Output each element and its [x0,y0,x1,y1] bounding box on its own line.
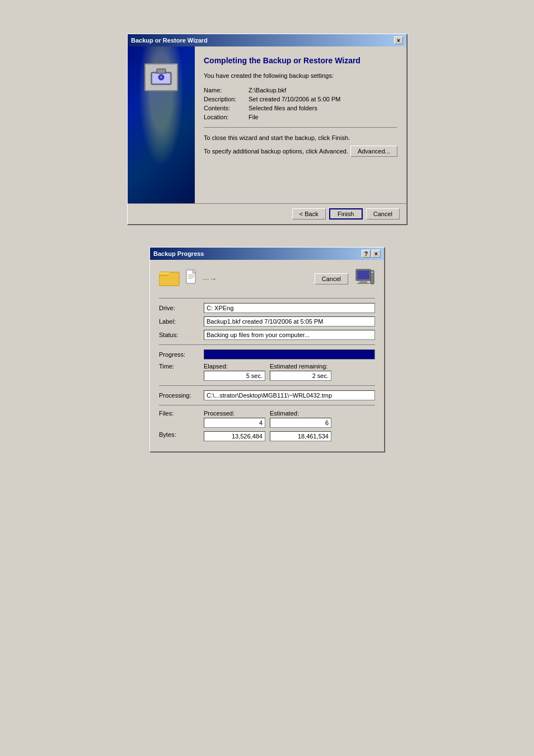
status-value: Backing up files from your computer... [204,330,375,340]
status-row: Status: Backing up files from your compu… [159,330,375,340]
drive-row: Drive: C: XPEng [159,303,375,313]
progress-body: ···→ Cancel Drive: C: XPEng Label [150,260,384,451]
bytes-estimated-value: 18,461,534 [270,431,331,441]
wizard-cancel-button[interactable]: Cancel [366,208,400,220]
progress-close-btn[interactable]: × [372,250,381,258]
remaining-col: Estimated remaining: 2 sec. [270,363,331,381]
svg-rect-2 [157,69,166,73]
pb12 [261,351,265,358]
wizard-separator [204,127,397,128]
progress-title-text: Backup Progress [153,250,204,257]
files-processed-col: Processed: 4 [204,410,265,428]
wizard-close-btn[interactable]: × [394,36,403,44]
doc-icon [186,269,198,288]
time-section: Time: Elapsed: 5 sec. Estimated remainin… [159,363,375,381]
backup-restore-wizard: Backup or Restore Wizard × Completing [127,34,407,225]
pb8 [241,351,245,358]
pb2 [210,351,215,358]
label-label: Label: [159,318,204,325]
svg-point-4 [160,76,162,78]
svg-rect-18 [371,272,373,273]
pb3 [216,351,220,358]
wizard-sidebar-image [128,46,195,203]
pb6 [231,351,235,358]
wizard-close-text: To close this wizard and start the backu… [204,134,397,141]
wizard-location-value: File [249,114,259,120]
progress-title-buttons: ? × [362,250,381,258]
files-estimated-col: Estimated: 6 [270,410,331,428]
folder-icon [159,267,181,291]
section-divider-3 [159,385,375,386]
wizard-dialog-buttons: < Back Finish Cancel [128,203,406,224]
pb14 [271,351,275,358]
progress-animation-row: ···→ Cancel [159,267,375,291]
wizard-heading: Completing the Backup or Restore Wizard [204,55,397,66]
svg-rect-14 [357,270,369,279]
bytes-estimated-col: 18,461,534 [270,431,331,441]
wizard-description-label: Description: [204,96,249,102]
wizard-advanced-row: To specify additional backup options, cl… [204,146,397,157]
pb4 [221,351,225,358]
label-row: Label: Backup1.bkf created 7/10/2006 at … [159,316,375,326]
title-bar-buttons: × [394,36,403,44]
wizard-contents-row: Contents: Selected files and folders [204,105,397,111]
files-estimated-value: 6 [270,418,331,428]
wizard-contents-label: Contents: [204,105,249,111]
files-processed-header: Processed: [204,410,265,417]
pb11 [256,351,260,358]
label-value: Backup1.bkf created 7/10/2006 at 5:05 PM [204,316,375,326]
wizard-icon [144,63,178,91]
progress-cancel-button[interactable]: Cancel [315,273,348,284]
elapsed-col: Elapsed: 5 sec. [204,363,265,381]
wizard-title-bar: Backup or Restore Wizard × [128,34,406,46]
arrow-indicator: ···→ [203,274,217,283]
wizard-location-label: Location: [204,114,249,120]
wizard-back-button[interactable]: < Back [292,208,326,220]
files-section: Files: Processed: 4 Estimated: 6 [159,410,375,428]
backup-progress-dialog: Backup Progress ? × [149,247,385,452]
wizard-name-row: Name: Z:\Backup.bkf [204,87,397,94]
drive-label: Drive: [159,305,204,311]
elapsed-header: Elapsed: [204,363,265,370]
files-estimated-header: Estimated: [270,410,331,417]
wizard-description-value: Set created 7/10/2006 at 5:00 PM [249,96,341,102]
processing-row: Processing: C:\...strator\Desktop\MGB111… [159,390,375,400]
wizard-title-text: Backup or Restore Wizard [131,37,208,44]
progress-question-btn[interactable]: ? [362,250,371,258]
computer-icon [355,268,375,290]
bytes-processed-col: 13,526,484 [204,431,265,441]
time-label: Time: [159,363,204,381]
files-processed-value: 4 [204,418,265,428]
files-label: Files: [159,410,204,428]
progress-bar-fill [204,350,374,359]
remaining-header: Estimated remaining: [270,363,331,370]
bytes-processed-value: 13,526,484 [204,431,265,441]
pb9 [246,351,250,358]
pb10 [251,351,255,358]
bytes-section: Bytes: 13,526,484 18,461,534 [159,431,375,441]
arrow-area: ···→ [186,269,310,288]
remaining-value: 2 sec. [270,371,331,381]
wizard-name-value: Z:\Backup.bkf [249,87,286,94]
section-divider-2 [159,344,375,345]
wizard-description-row: Description: Set created 7/10/2006 at 5:… [204,96,397,102]
section-divider-1 [159,298,375,298]
progress-label: Progress: [159,351,204,358]
wizard-finish-button[interactable]: Finish [329,208,363,220]
status-label: Status: [159,332,204,338]
pb13 [266,351,270,358]
wizard-content: Completing the Backup or Restore Wizard … [195,46,406,203]
processing-label: Processing: [159,392,204,399]
processing-value: C:\...strator\Desktop\MGB111\~WRL0432.tm… [204,390,375,400]
progress-title-bar: Backup Progress ? × [150,248,384,260]
pb7 [236,351,240,358]
svg-rect-16 [357,283,369,284]
wizard-subtitle: You have created the following backup se… [204,72,397,79]
wizard-advanced-button[interactable]: Advanced... [350,146,397,157]
section-divider-4 [159,405,375,405]
bytes-label: Bytes: [159,431,204,441]
pb5 [226,351,230,358]
progress-bar [204,349,375,360]
progress-row: Progress: [159,349,375,360]
pb1 [205,351,210,358]
